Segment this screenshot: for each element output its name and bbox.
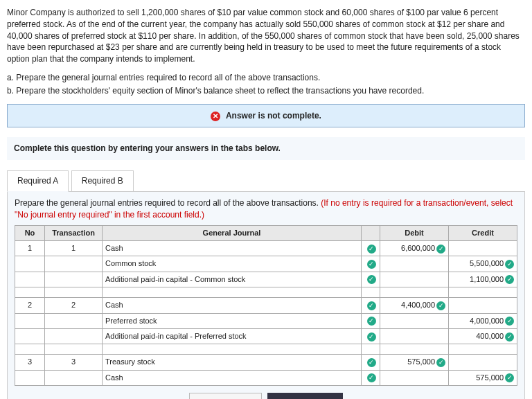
tab-required-b[interactable]: Required B — [71, 170, 134, 192]
spacer-row — [15, 344, 517, 355]
col-txn: Transaction — [45, 225, 103, 240]
cell-credit[interactable] — [449, 240, 517, 256]
cell-debit[interactable]: 575,000✓ — [380, 355, 449, 370]
check-icon: ✓ — [367, 301, 376, 310]
check-icon: ✓ — [367, 317, 376, 326]
cell-credit[interactable]: 4,000,000✓ — [449, 313, 517, 328]
part-b: b. Prepare the stockholders' equity sect… — [7, 85, 525, 97]
status-alert: ✕ Answer is not complete. — [7, 104, 525, 128]
col-debit: Debit — [380, 225, 449, 240]
cell-check: ✓ — [362, 240, 380, 256]
tab-strip: Required A Required B — [7, 170, 525, 191]
check-icon: ✓ — [505, 373, 514, 382]
tab-required-a[interactable]: Required A — [7, 170, 69, 192]
cell-no — [15, 272, 45, 287]
cell-account[interactable]: Cash — [103, 240, 362, 256]
table-row: 11Cash✓6,600,000✓ — [15, 240, 517, 256]
cell-account[interactable]: Treasury stock — [103, 355, 362, 370]
cell-no: 1 — [15, 240, 45, 256]
cell-txn — [45, 328, 103, 344]
spacer-row — [15, 287, 517, 298]
cell-check: ✓ — [362, 370, 380, 385]
nav-next[interactable]: Required B > — [267, 393, 343, 399]
check-icon: ✓ — [367, 275, 376, 284]
check-icon: ✓ — [505, 317, 514, 326]
check-icon: ✓ — [367, 373, 376, 382]
cell-txn — [45, 272, 103, 287]
cell-check: ✓ — [362, 272, 380, 287]
check-icon: ✓ — [505, 275, 514, 284]
col-no: No — [15, 225, 45, 240]
check-icon: ✓ — [505, 332, 514, 342]
check-icon: ✓ — [367, 358, 376, 367]
panel-instr-1: Prepare the general journal entries requ… — [15, 198, 321, 208]
cell-txn — [45, 313, 103, 328]
check-icon: ✓ — [505, 260, 514, 269]
cell-txn — [45, 370, 103, 385]
tab-panel-a: Prepare the general journal entries requ… — [7, 191, 525, 399]
cell-debit[interactable] — [380, 272, 449, 287]
cell-no — [15, 328, 45, 344]
cell-credit[interactable]: 400,000✓ — [449, 328, 517, 344]
cell-debit[interactable] — [380, 256, 449, 272]
check-icon: ✓ — [367, 245, 376, 254]
cell-credit[interactable]: 575,000✓ — [449, 370, 517, 385]
cell-debit[interactable] — [380, 328, 449, 344]
cell-txn: 2 — [45, 298, 103, 313]
col-credit: Credit — [449, 225, 517, 240]
error-icon: ✕ — [211, 112, 220, 121]
table-row: Additional paid-in capital - Preferred s… — [15, 328, 517, 344]
cell-no — [15, 370, 45, 385]
check-icon: ✓ — [436, 358, 445, 367]
check-icon: ✓ — [367, 332, 376, 342]
cell-debit[interactable] — [380, 370, 449, 385]
cell-account[interactable]: Cash — [103, 370, 362, 385]
journal-table: No Transaction General Journal Debit Cre… — [15, 225, 517, 387]
cell-check: ✓ — [362, 256, 380, 272]
cell-check: ✓ — [362, 355, 380, 370]
check-icon: ✓ — [436, 301, 445, 310]
cell-account[interactable]: Cash — [103, 298, 362, 313]
cell-account[interactable]: Additional paid-in capital - Common stoc… — [103, 272, 362, 287]
problem-parts: a. Prepare the general journal entries r… — [7, 72, 525, 97]
cell-txn: 1 — [45, 240, 103, 256]
cell-account[interactable]: Additional paid-in capital - Preferred s… — [103, 328, 362, 344]
col-gj: General Journal — [103, 225, 362, 240]
cell-txn: 3 — [45, 355, 103, 370]
cell-debit[interactable]: 6,600,000✓ — [380, 240, 449, 256]
check-icon: ✓ — [436, 245, 445, 254]
alert-text: Answer is not complete. — [226, 111, 321, 121]
cell-no — [15, 313, 45, 328]
tab-instructions: Complete this question by entering your … — [7, 137, 525, 160]
table-row: Common stock✓5,500,000✓ — [15, 256, 517, 272]
nav-prev[interactable]: < Required A — [189, 393, 262, 399]
cell-no: 2 — [15, 298, 45, 313]
table-row: Additional paid-in capital - Common stoc… — [15, 272, 517, 287]
cell-account[interactable]: Common stock — [103, 256, 362, 272]
table-row: Cash✓575,000✓ — [15, 370, 517, 385]
nav-buttons: < Required A Required B > — [15, 393, 517, 399]
cell-txn — [45, 256, 103, 272]
cell-no: 3 — [15, 355, 45, 370]
cell-debit[interactable]: 4,400,000✓ — [380, 298, 449, 313]
cell-credit[interactable] — [449, 355, 517, 370]
cell-account[interactable]: Preferred stock — [103, 313, 362, 328]
cell-credit[interactable] — [449, 298, 517, 313]
cell-credit[interactable]: 1,100,000✓ — [449, 272, 517, 287]
check-icon: ✓ — [367, 260, 376, 269]
cell-debit[interactable] — [380, 313, 449, 328]
cell-check: ✓ — [362, 313, 380, 328]
table-row: 33Treasury stock✓575,000✓ — [15, 355, 517, 370]
cell-no — [15, 256, 45, 272]
cell-check: ✓ — [362, 328, 380, 344]
cell-credit[interactable]: 5,500,000✓ — [449, 256, 517, 272]
table-row: 22Cash✓4,400,000✓ — [15, 298, 517, 313]
part-a: a. Prepare the general journal entries r… — [7, 72, 525, 84]
cell-check: ✓ — [362, 298, 380, 313]
problem-intro: Minor Company is authorized to sell 1,20… — [7, 7, 525, 65]
table-row: Preferred stock✓4,000,000✓ — [15, 313, 517, 328]
